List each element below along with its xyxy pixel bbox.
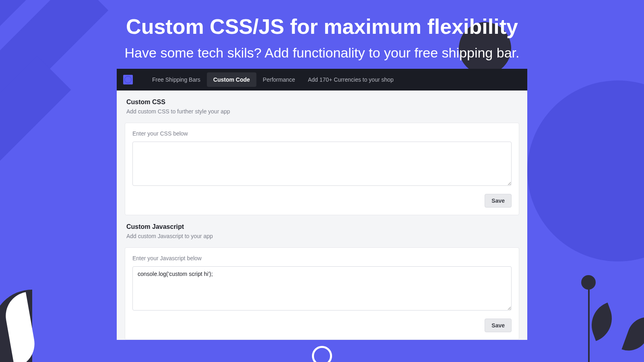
custom-js-title: Custom Javascript	[126, 223, 518, 230]
custom-css-input-label: Enter your CSS below	[132, 130, 512, 137]
save-css-button[interactable]: Save	[485, 194, 512, 208]
app-logo-icon	[123, 75, 133, 84]
custom-js-input-label: Enter your Javascript below	[132, 255, 512, 261]
bg-decoration	[621, 311, 644, 356]
section-custom-js-header: Custom Javascript Add custom Javascript …	[117, 215, 527, 242]
custom-js-card: Enter your Javascript below Save	[125, 247, 519, 340]
bg-decoration	[588, 286, 590, 362]
custom-css-title: Custom CSS	[126, 99, 518, 106]
custom-css-description: Add custom CSS to further style your app	[126, 108, 518, 115]
app-window: Free Shipping Bars Custom Code Performan…	[117, 69, 527, 340]
app-navbar: Free Shipping Bars Custom Code Performan…	[117, 69, 527, 90]
bg-decoration	[585, 302, 619, 341]
custom-js-textarea[interactable]	[132, 266, 512, 311]
button-row: Save	[132, 194, 512, 208]
custom-css-textarea[interactable]	[132, 142, 512, 186]
hero-subtitle: Have some tech skils? Add functionality …	[0, 45, 644, 61]
custom-js-description: Add custom Javascript to your app	[126, 233, 518, 239]
nav-tab-add-currencies[interactable]: Add 170+ Currencies to your shop	[301, 72, 400, 87]
button-row: Save	[132, 319, 512, 332]
nav-tab-performance[interactable]: Performance	[256, 72, 301, 87]
save-js-button[interactable]: Save	[485, 319, 512, 332]
section-custom-css-header: Custom CSS Add custom CSS to further sty…	[117, 90, 527, 117]
nav-tab-free-shipping-bars[interactable]: Free Shipping Bars	[146, 72, 207, 87]
bg-decoration	[312, 346, 332, 362]
nav-tab-custom-code[interactable]: Custom Code	[207, 72, 256, 87]
hero-title: Custom CSS/JS for maximum flexibility	[0, 0, 644, 39]
bg-decoration	[581, 275, 596, 290]
bg-decoration	[527, 80, 644, 261]
custom-css-card: Enter your CSS below Save	[125, 123, 519, 215]
